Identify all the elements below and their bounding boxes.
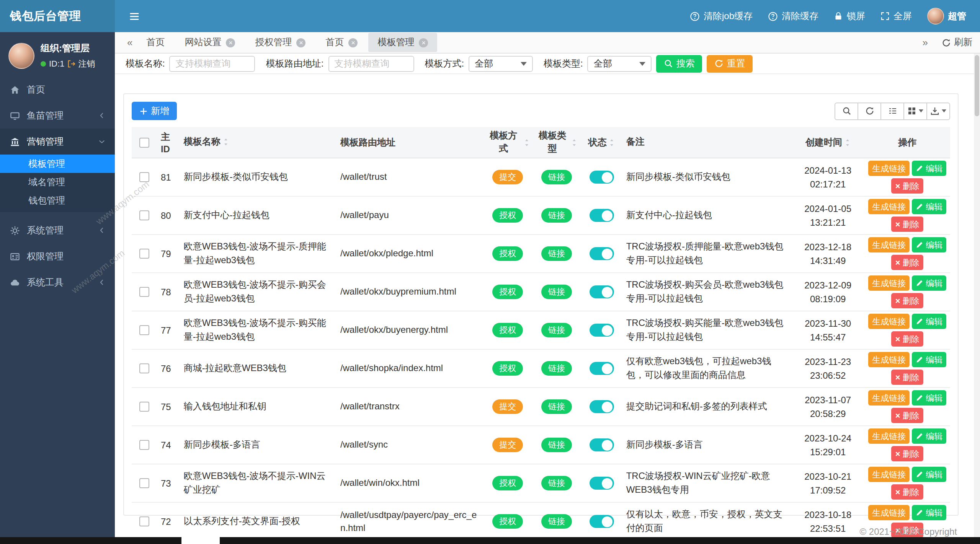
sidebar-item-fish[interactable]: 鱼苗管理 <box>0 103 115 129</box>
status-toggle[interactable] <box>590 247 614 260</box>
sort-icon[interactable] <box>524 138 530 147</box>
reset-button[interactable]: 重置 <box>707 55 753 72</box>
fullscreen-button[interactable]: 全屏 <box>880 10 912 23</box>
status-toggle[interactable] <box>590 515 614 528</box>
generate-link-button[interactable]: 生成链接 <box>868 390 910 406</box>
delete-button[interactable]: ×删除 <box>892 446 923 461</box>
table-refresh-button[interactable] <box>858 102 881 120</box>
delete-button[interactable]: ×删除 <box>892 408 923 423</box>
close-icon[interactable]: × <box>348 38 358 47</box>
template-type-select[interactable]: 全部 <box>588 55 652 72</box>
status-toggle[interactable] <box>590 477 614 490</box>
generate-link-button[interactable]: 生成链接 <box>868 199 910 214</box>
sidebar-item-home[interactable]: 首页 <box>0 77 115 103</box>
row-checkbox[interactable] <box>140 516 150 526</box>
status-toggle[interactable] <box>590 438 614 451</box>
tab-0[interactable]: 首页 <box>137 33 174 52</box>
column-header-6[interactable]: 状态 <box>580 134 623 151</box>
columns-button[interactable] <box>903 102 927 120</box>
template-route-input[interactable] <box>328 55 414 72</box>
delete-button[interactable]: ×删除 <box>892 331 923 347</box>
clear-job-cache-button[interactable]: 清除job缓存 <box>690 10 753 23</box>
status-toggle[interactable] <box>590 400 614 413</box>
column-header-2[interactable]: 模板名称 <box>181 134 337 151</box>
close-icon[interactable]: × <box>296 38 305 47</box>
delete-button[interactable]: ×删除 <box>892 370 923 385</box>
row-checkbox[interactable] <box>140 363 150 373</box>
row-checkbox[interactable] <box>140 478 150 488</box>
tab-3[interactable]: 首页× <box>316 33 367 52</box>
tab-2[interactable]: 授权管理× <box>246 33 315 52</box>
sort-icon[interactable] <box>223 138 229 147</box>
generate-link-button[interactable]: 生成链接 <box>868 352 910 367</box>
row-checkbox[interactable] <box>140 325 150 335</box>
tab-1[interactable]: 网站设置× <box>175 33 244 52</box>
row-checkbox[interactable] <box>140 210 150 220</box>
tab-4[interactable]: 模板管理× <box>368 33 437 52</box>
generate-link-button[interactable]: 生成链接 <box>868 237 910 252</box>
row-checkbox[interactable] <box>140 440 150 450</box>
status-toggle[interactable] <box>590 285 614 298</box>
edit-button[interactable]: 编辑 <box>912 237 946 252</box>
edit-button[interactable]: 编辑 <box>912 199 946 214</box>
sort-icon[interactable] <box>609 138 615 147</box>
close-icon[interactable]: × <box>226 38 235 47</box>
select-all-cell[interactable] <box>132 135 158 150</box>
generate-link-button[interactable]: 生成链接 <box>868 161 910 176</box>
generate-link-button[interactable]: 生成链接 <box>868 314 910 329</box>
scrollbar-thumb[interactable] <box>975 55 979 116</box>
edit-button[interactable]: 编辑 <box>912 161 946 176</box>
clear-cache-button[interactable]: 清除缓存 <box>768 10 818 23</box>
generate-link-button[interactable]: 生成链接 <box>868 275 910 291</box>
sidebar-item-marketing[interactable]: 营销管理 <box>0 129 115 155</box>
column-header-5[interactable]: 模板类型 <box>533 127 580 158</box>
sidebar-subitem-template[interactable]: 模板管理 <box>0 155 115 173</box>
row-checkbox[interactable] <box>140 402 150 412</box>
sidebar-subitem-wallet[interactable]: 钱包管理 <box>0 191 115 210</box>
edit-button[interactable]: 编辑 <box>912 352 946 367</box>
sort-icon[interactable] <box>844 138 851 147</box>
column-header-4[interactable]: 模板方式 <box>482 127 533 158</box>
edit-button[interactable]: 编辑 <box>912 428 946 444</box>
close-icon[interactable]: × <box>419 38 428 47</box>
delete-button[interactable]: ×删除 <box>892 293 923 308</box>
status-toggle[interactable] <box>590 209 614 222</box>
edit-button[interactable]: 编辑 <box>912 390 946 406</box>
column-header-8[interactable]: 创建时间 <box>791 134 865 151</box>
detail-view-button[interactable] <box>880 102 904 120</box>
tabs-scroll-right-icon[interactable]: » <box>918 37 933 48</box>
sidebar-item-tools[interactable]: 系统工具 <box>0 269 115 295</box>
search-button[interactable]: 搜索 <box>657 55 702 72</box>
edit-button[interactable]: 编辑 <box>912 467 946 482</box>
sidebar-item-permission[interactable]: 权限管理 <box>0 243 115 269</box>
export-button[interactable] <box>926 102 950 120</box>
lock-screen-button[interactable]: 锁屏 <box>834 10 865 23</box>
sidebar-item-system[interactable]: 系统管理 <box>0 217 115 243</box>
select-all-checkbox[interactable] <box>140 137 150 147</box>
template-name-input[interactable] <box>170 55 255 72</box>
user-menu[interactable]: 超管 <box>927 8 966 24</box>
add-button[interactable]: 新增 <box>132 102 177 120</box>
delete-button[interactable]: ×删除 <box>892 178 923 194</box>
status-toggle[interactable] <box>590 362 614 375</box>
row-checkbox[interactable] <box>140 287 150 297</box>
logout-link[interactable]: 注销 <box>67 58 95 69</box>
scrollbar[interactable] <box>974 54 980 537</box>
row-checkbox[interactable] <box>140 172 150 182</box>
delete-button[interactable]: ×删除 <box>892 255 923 270</box>
status-toggle[interactable] <box>590 171 614 184</box>
edit-button[interactable]: 编辑 <box>912 275 946 291</box>
edit-button[interactable]: 编辑 <box>912 314 946 329</box>
delete-button[interactable]: ×删除 <box>892 484 923 500</box>
refresh-tab-button[interactable]: 刷新 <box>942 36 972 49</box>
table-search-button[interactable] <box>835 102 858 120</box>
delete-button[interactable]: ×删除 <box>892 217 923 232</box>
row-checkbox[interactable] <box>140 249 150 259</box>
tabs-scroll-left-icon[interactable]: « <box>122 37 137 48</box>
edit-button[interactable]: 编辑 <box>912 505 946 520</box>
status-toggle[interactable] <box>590 324 614 337</box>
sort-icon[interactable] <box>571 138 577 147</box>
sidebar-toggle-button[interactable] <box>129 10 140 22</box>
generate-link-button[interactable]: 生成链接 <box>868 467 910 482</box>
template-method-select[interactable]: 全部 <box>469 55 533 72</box>
